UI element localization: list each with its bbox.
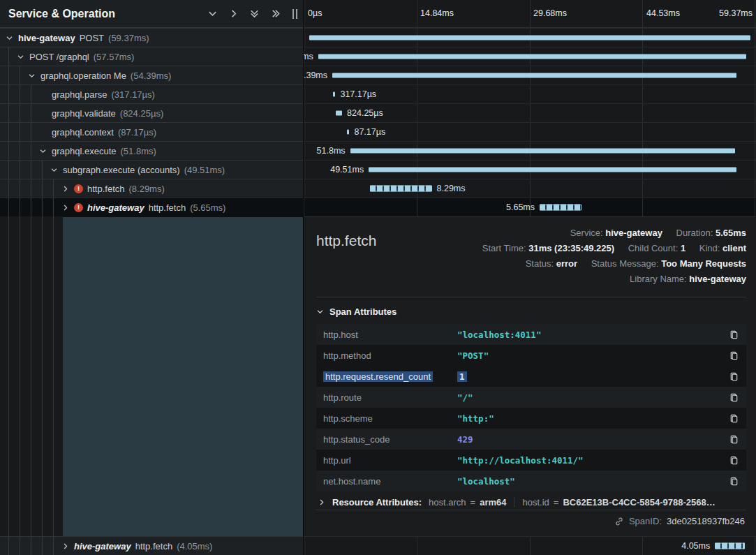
- tree-row[interactable]: subgraph.execute (accounts) (49.51ms): [0, 160, 303, 179]
- span-operation-name: graphql.parse: [52, 89, 108, 100]
- span-bar[interactable]: [309, 36, 750, 40]
- expander-chevron-right-icon[interactable]: [60, 184, 70, 193]
- timeline-row: 57.57ms: [304, 47, 756, 66]
- chevron-right-icon[interactable]: [228, 8, 239, 19]
- tree-row[interactable]: graphql.validate (824.25µs): [0, 103, 303, 122]
- attribute-value: "http:": [457, 413, 727, 424]
- copy-button[interactable]: [727, 475, 741, 488]
- detail-meta-line: Service: hive-gateway Duration: 5.65ms: [482, 225, 746, 241]
- child-count-label: Child Count:: [628, 243, 679, 253]
- attribute-value: "localhost": [457, 476, 727, 487]
- timeline-row-selected: 5.65ms: [304, 198, 756, 216]
- span-bar-label: 4.05ms: [681, 541, 710, 551]
- expander-chevron-right-icon[interactable]: [60, 541, 70, 551]
- service-value: hive-gateway: [605, 228, 662, 238]
- span-duration-label: (59.37ms): [108, 33, 149, 43]
- span-bar[interactable]: [332, 73, 736, 78]
- span-operation-name: graphql.validate: [52, 108, 116, 119]
- attribute-key: net.host.name: [323, 476, 457, 487]
- copy-button[interactable]: [727, 454, 741, 467]
- attribute-key: http.url: [323, 455, 457, 466]
- span-bar[interactable]: [336, 111, 342, 116]
- library-name-value: hive-gateway: [689, 274, 746, 284]
- expander-chevron-down-icon[interactable]: [4, 33, 14, 43]
- span-id-value: 3de02518937fb246: [667, 516, 745, 526]
- attribute-value: 1: [457, 371, 727, 382]
- resource-attribute-value: arm64: [480, 497, 506, 508]
- span-id-row: SpanID: 3de02518937fb246: [316, 510, 746, 532]
- span-bar[interactable]: [350, 149, 735, 154]
- tree-row[interactable]: POST /graphql (57.57ms): [0, 47, 303, 66]
- resource-attribute-preview: host.id = BC62E13B-C4CC-5854-9788-2568…: [514, 497, 716, 508]
- copy-button[interactable]: [727, 370, 741, 383]
- timeline-row: 4.05ms: [304, 536, 756, 555]
- span-operation-name: http.fetch: [87, 184, 124, 194]
- kind-label: Kind:: [699, 243, 720, 253]
- span-bar[interactable]: [333, 92, 335, 97]
- tree-row[interactable]: graphql.context (87.17µs): [0, 122, 303, 141]
- start-time-value: 31ms (23:35:49.225): [528, 243, 614, 253]
- copy-button[interactable]: [727, 349, 741, 362]
- span-bar[interactable]: [370, 186, 431, 192]
- copy-button[interactable]: [727, 433, 741, 446]
- copy-button[interactable]: [727, 391, 741, 404]
- detail-meta: Service: hive-gateway Duration: 5.65ms S…: [482, 225, 746, 287]
- resource-attributes-label: Resource Attributes:: [332, 497, 422, 508]
- tree-row[interactable]: hive-gateway POST (59.37ms): [0, 28, 303, 47]
- detail-row-left-spacer: [0, 216, 303, 536]
- double-chevron-right-icon[interactable]: [270, 8, 281, 19]
- copy-button[interactable]: [727, 412, 741, 425]
- attribute-key: http.method: [323, 350, 457, 361]
- span-duration-label: (49.51ms): [184, 165, 225, 175]
- tree-row[interactable]: graphql.operation Me (54.39ms): [0, 66, 303, 84]
- attribute-row: http.status_code 429: [316, 429, 746, 450]
- span-attributes-section-toggle[interactable]: Span Attributes: [316, 297, 746, 324]
- attribute-row: net.host.name "localhost": [316, 471, 746, 491]
- link-icon[interactable]: [614, 517, 624, 526]
- expander-chevron-down-icon[interactable]: [27, 71, 36, 80]
- span-bar-label: 54.39ms: [304, 71, 327, 80]
- tree-panel-header: Service & Operation: [0, 0, 303, 28]
- child-count-value: 1: [681, 243, 685, 253]
- tree-row[interactable]: graphql.parse (317.17µs): [0, 84, 303, 103]
- attribute-value: "localhost:4011": [457, 330, 727, 340]
- span-bar[interactable]: [318, 54, 746, 59]
- span-service-name: hive-gateway: [74, 541, 131, 552]
- span-bar[interactable]: [715, 543, 745, 549]
- tree-row[interactable]: ! http.fetch (8.29ms): [0, 179, 303, 198]
- status-message-value: Too Many Requests: [661, 258, 746, 269]
- expander-chevron-down-icon[interactable]: [15, 52, 25, 61]
- duration-value: 5.65ms: [716, 228, 746, 238]
- tree-row-selected[interactable]: ! hive-gateway http.fetch (5.65ms): [0, 198, 303, 216]
- span-bar[interactable]: [347, 130, 349, 135]
- status-label: Status:: [526, 258, 554, 269]
- start-time-label: Start Time:: [482, 243, 526, 253]
- expander-chevron-down-icon[interactable]: [49, 165, 59, 175]
- span-attributes-table: http.host "localhost:4011" http.method "…: [316, 324, 746, 491]
- copy-icon: [729, 434, 739, 445]
- span-tree-panel: Service & Operation hive-gateway POST (5…: [0, 0, 304, 555]
- copy-button[interactable]: [727, 328, 741, 341]
- timeline-panel: 0µs 14.84ms 29.68ms 44.53ms 59.37ms 57.5…: [304, 0, 756, 555]
- panel-resize-handle[interactable]: [292, 9, 297, 19]
- span-operation-name: subgraph.execute (accounts): [63, 165, 180, 175]
- attribute-row: http.scheme "http:": [316, 408, 746, 429]
- span-bar[interactable]: [369, 168, 736, 172]
- span-bar[interactable]: [540, 205, 581, 211]
- timeline-row: 54.39ms: [304, 66, 756, 84]
- expander-chevron-down-icon[interactable]: [38, 146, 47, 156]
- tree-row[interactable]: hive-gateway http.fetch (4.05ms): [0, 536, 303, 555]
- double-chevron-down-icon[interactable]: [249, 8, 260, 19]
- expander-chevron-right-icon[interactable]: [60, 202, 70, 212]
- attribute-key: http.host: [323, 330, 457, 340]
- span-duration-label: (54.39ms): [131, 71, 172, 81]
- timeline-row: 317.17µs: [304, 84, 756, 103]
- span-tree: hive-gateway POST (59.37ms) POST /graphq…: [0, 28, 303, 555]
- resource-attributes-row[interactable]: Resource Attributes: host.arch = arm64 h…: [316, 491, 746, 510]
- tree-row[interactable]: graphql.execute (51.8ms): [0, 141, 303, 160]
- chevron-right-icon: [318, 498, 325, 506]
- chevron-down-icon[interactable]: [207, 8, 218, 19]
- span-bar-label: 317.17µs: [340, 89, 376, 99]
- span-bar-label: 51.8ms: [317, 146, 346, 156]
- span-operation-name: graphql.execute: [52, 146, 117, 156]
